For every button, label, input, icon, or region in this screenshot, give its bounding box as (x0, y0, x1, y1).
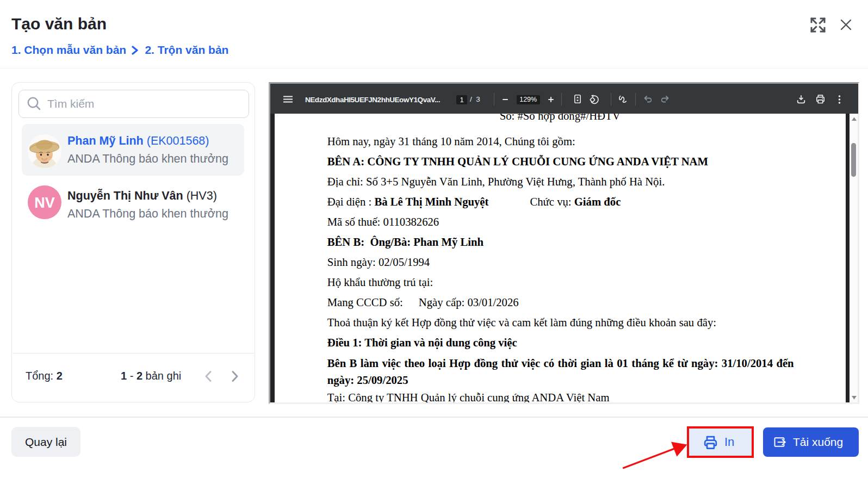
svg-text:NV: NV (34, 195, 55, 211)
